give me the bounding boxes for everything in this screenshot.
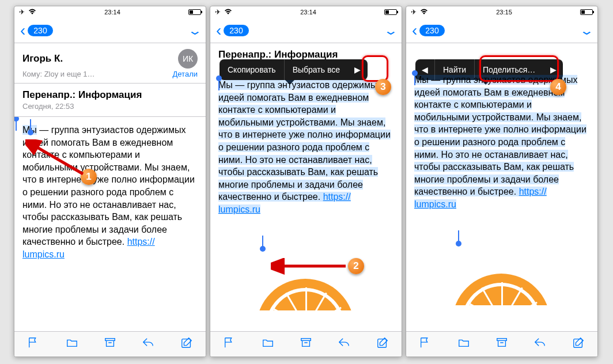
next-message-button[interactable]: ⌄: [187, 24, 203, 37]
back-button[interactable]: ‹: [216, 21, 221, 40]
unread-badge[interactable]: 230: [28, 25, 52, 36]
selection-stem: [218, 79, 220, 90]
selection-handle-end[interactable]: [28, 130, 33, 135]
subject-date: Сегодня, 22:53: [22, 102, 198, 111]
selection-stem: [16, 119, 17, 131]
airplane-icon: ✈: [411, 8, 417, 16]
subject-block: Перенапр.: Информация Сегодня, 22:53: [14, 84, 206, 117]
back-button[interactable]: ‹: [20, 21, 25, 40]
to-field[interactable]: Кому: Zloy и еще 1…: [22, 70, 95, 78]
phone-screenshot-3: ✈ 23:15 ‹ 230 ⌄ ◀ Найти Поделиться… ▶ Мы…: [406, 6, 598, 357]
selection-stem-end: [458, 230, 459, 242]
airplane-icon: ✈: [215, 8, 221, 16]
airplane-icon: ✈: [19, 8, 25, 16]
status-time: 23:14: [104, 9, 120, 16]
selection-stem-end: [30, 119, 31, 131]
nav-bar: ‹ 230 ⌄: [406, 18, 597, 43]
svg-rect-2: [301, 338, 311, 340]
next-message-button[interactable]: ⌄: [383, 24, 399, 37]
message-body[interactable]: Мы — группа энтузиастов одержимых идеей …: [14, 117, 206, 357]
wifi-icon: [224, 9, 232, 16]
status-time: 23:14: [300, 9, 316, 16]
status-bar: ✈ 23:15: [406, 6, 597, 18]
svg-rect-4: [497, 338, 507, 340]
folder-icon[interactable]: [65, 336, 79, 352]
wifi-icon: [420, 9, 428, 16]
reply-icon[interactable]: [337, 336, 351, 352]
battery-icon: [580, 9, 593, 15]
archive-icon[interactable]: [103, 336, 117, 352]
folder-icon[interactable]: [261, 336, 275, 352]
sender-name[interactable]: Игорь К.: [22, 53, 63, 65]
bottom-toolbar: [406, 331, 597, 357]
next-message-button[interactable]: ⌄: [579, 24, 595, 37]
archive-icon[interactable]: [495, 336, 509, 352]
orange-image: [452, 274, 550, 305]
compose-icon[interactable]: [376, 336, 389, 352]
details-button[interactable]: Детали: [173, 70, 198, 78]
subject-title: Перенапр.: Информация: [22, 89, 198, 101]
unread-badge[interactable]: 230: [419, 25, 444, 36]
folder-icon[interactable]: [457, 336, 471, 352]
archive-icon[interactable]: [299, 336, 313, 352]
wifi-icon: [28, 9, 36, 16]
message-body[interactable]: Мы — группа энтузиастов одержимых идеей …: [210, 63, 402, 310]
flag-icon[interactable]: [418, 336, 432, 352]
nav-bar: ‹ 230 ⌄: [210, 18, 402, 43]
flag-icon[interactable]: [222, 336, 236, 352]
unread-badge[interactable]: 230: [224, 25, 248, 36]
flag-icon[interactable]: [27, 336, 40, 352]
orange-image: [256, 279, 354, 310]
status-time: 23:15: [496, 9, 512, 16]
bottom-toolbar: [210, 331, 402, 357]
svg-rect-0: [105, 338, 115, 340]
compose-icon[interactable]: [180, 336, 194, 352]
selection-stem: [414, 74, 415, 85]
reply-icon[interactable]: [141, 336, 155, 352]
compose-icon[interactable]: [572, 336, 585, 352]
back-button[interactable]: ‹: [412, 21, 417, 40]
selection-handle-end[interactable]: [260, 246, 266, 252]
reply-icon[interactable]: [533, 336, 547, 352]
message-body[interactable]: Мы — группа энтузиастов одержимых идеей …: [406, 58, 597, 305]
selection-handle-end[interactable]: [456, 241, 461, 247]
selected-text[interactable]: Мы — группа энтузиастов одержимых идеей …: [414, 75, 586, 209]
battery-icon: [384, 9, 397, 15]
status-bar: ✈ 23:14: [210, 6, 402, 18]
phone-screenshot-2: ✈ 23:14 ‹ 230 ⌄ Перенапр.: Информация Ск…: [210, 6, 402, 357]
battery-icon: [188, 9, 201, 15]
selection-stem-end: [262, 236, 263, 247]
selected-text[interactable]: Мы — группа энтузиастов одержимых идеей …: [218, 80, 391, 214]
phone-screenshot-1: ✈ 23:14 ‹ 230 ⌄ Игорь К. ИК Кому: Zloy и…: [14, 6, 206, 357]
message-header: Игорь К. ИК Кому: Zloy и еще 1… Детали: [14, 43, 206, 84]
status-bar: ✈ 23:14: [14, 6, 206, 18]
nav-bar: ‹ 230 ⌄: [14, 18, 206, 43]
avatar[interactable]: ИК: [178, 49, 198, 69]
bottom-toolbar: [14, 331, 206, 357]
